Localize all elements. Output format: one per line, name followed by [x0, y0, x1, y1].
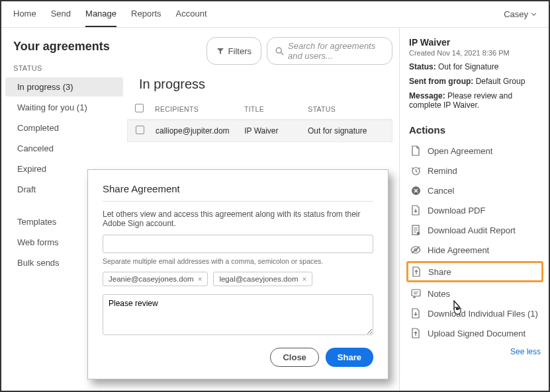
svg-point-5: [417, 232, 420, 235]
svg-line-1: [281, 52, 283, 55]
action-download-audit-report[interactable]: Download Audit Report: [409, 220, 541, 240]
status-label: STATUS: [1, 64, 127, 77]
header-status: STATUS: [308, 105, 385, 113]
cell-status: Out for signature: [308, 126, 384, 136]
search-icon: [275, 47, 284, 56]
modal-title: Share Agreement: [103, 183, 373, 194]
detail-panel: IP Waiver Created Nov 14, 2021 8:36 PM S…: [400, 28, 549, 391]
clock-icon: [410, 165, 421, 176]
share-doc-icon: [411, 266, 422, 277]
action-remind[interactable]: Remind: [409, 161, 541, 180]
search-placeholder: Search for agreements and users...: [288, 41, 384, 61]
page-title: Your agreements: [1, 40, 127, 64]
action-upload-signed-document[interactable]: Upload Signed Document: [409, 323, 541, 343]
section-heading: In progress: [139, 77, 392, 92]
eye-off-icon: [410, 245, 421, 255]
user-name: Casey: [504, 9, 528, 19]
action-open-agreement[interactable]: Open Agreement: [409, 141, 541, 161]
detail-title: IP Waiver: [409, 37, 541, 48]
email-chips: Jeanie@caseyjones.dom × legal@caseyjones…: [103, 272, 373, 286]
chip-remove-icon[interactable]: ×: [302, 275, 306, 283]
upload-doc-icon: [410, 328, 421, 338]
top-nav-items: Home Send Manage Reports Account: [13, 1, 207, 27]
action-hide-agreement[interactable]: Hide Agreement: [409, 240, 541, 260]
top-nav: Home Send Manage Reports Account Casey: [1, 1, 549, 28]
cell-title: IP Waiver: [244, 126, 308, 136]
header-recipients: RECIPIENTS: [155, 105, 244, 113]
row-checkbox[interactable]: [136, 126, 144, 134]
sidebar-item-canceled[interactable]: Canceled: [5, 139, 123, 158]
action-cancel[interactable]: Cancel: [409, 180, 541, 200]
note-icon: [410, 288, 421, 299]
action-notes[interactable]: Notes: [409, 284, 541, 303]
sidebar-item-in-progress[interactable]: In progress (3): [5, 77, 123, 97]
svg-rect-8: [412, 290, 420, 296]
share-agreement-modal: Share Agreement Let others view and acce…: [87, 169, 389, 379]
table-header: RECIPIENTS TITLE STATUS: [127, 98, 392, 120]
filters-button[interactable]: Filters: [206, 37, 261, 65]
email-chip: Jeanie@caseyjones.dom ×: [103, 272, 208, 286]
user-menu[interactable]: Casey: [504, 9, 537, 19]
action-download-pdf[interactable]: Download PDF: [409, 200, 541, 220]
nav-account[interactable]: Account: [176, 1, 207, 27]
close-button[interactable]: Close: [270, 348, 318, 367]
email-chip: legal@caseyjones.dom ×: [213, 272, 312, 286]
chip-remove-icon[interactable]: ×: [198, 275, 203, 283]
x-circle-icon: [410, 185, 421, 196]
page-icon: [410, 145, 421, 156]
download-files-icon: [410, 308, 421, 319]
detail-group: Sent from group: Default Group: [409, 77, 541, 86]
see-less-link[interactable]: See less: [409, 347, 541, 356]
svg-point-0: [276, 48, 281, 53]
detail-status: Status: Out for Signature: [409, 62, 541, 71]
message-textarea[interactable]: [103, 294, 373, 335]
nav-send[interactable]: Send: [51, 1, 71, 27]
share-button[interactable]: Share: [326, 348, 373, 367]
sidebar-item-completed[interactable]: Completed: [5, 118, 123, 137]
filters-label: Filters: [228, 46, 252, 56]
modal-hint: Separate multiple email addresses with a…: [103, 257, 373, 265]
modal-description: Let others view and access this agreemen…: [103, 210, 373, 228]
email-input[interactable]: [103, 235, 373, 253]
detail-message: Message: Please review and complete IP W…: [409, 91, 541, 110]
agreements-table: RECIPIENTS TITLE STATUS calliope@jupiter…: [127, 98, 392, 142]
table-row[interactable]: calliope@jupiter.dom IP Waiver Out for s…: [127, 120, 392, 142]
select-all-checkbox[interactable]: [135, 104, 144, 112]
header-title: TITLE: [244, 105, 308, 113]
actions-heading: Actions: [409, 124, 541, 136]
nav-manage[interactable]: Manage: [85, 1, 116, 27]
chevron-down-icon: [531, 13, 537, 16]
nav-home[interactable]: Home: [13, 1, 36, 27]
sidebar-item-waiting-for-you[interactable]: Waiting for you (1): [5, 98, 123, 117]
action-download-individual-files[interactable]: Download Individual Files (1): [409, 303, 541, 323]
detail-created: Created Nov 14, 2021 8:36 PM: [409, 49, 541, 57]
action-share[interactable]: Share: [406, 261, 543, 282]
cell-recipients: calliope@jupiter.dom: [156, 126, 244, 136]
filter-icon: [216, 48, 224, 55]
download-report-icon: [410, 225, 421, 235]
download-doc-icon: [410, 205, 421, 216]
search-input[interactable]: Search for agreements and users...: [267, 37, 392, 65]
nav-reports[interactable]: Reports: [131, 1, 161, 27]
